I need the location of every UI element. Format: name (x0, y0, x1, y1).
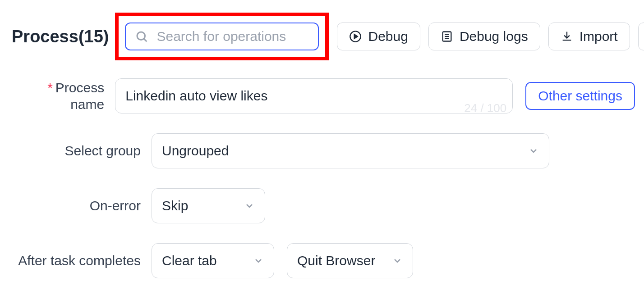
chevron-down-icon (528, 145, 539, 156)
page-title: Process(15) (12, 27, 109, 46)
row-after-task: After task completes Clear tab Quit Brow… (12, 243, 635, 278)
label-process-name: *Process name (12, 79, 115, 113)
label-after-task: After task completes (12, 252, 152, 269)
top-toolbar: Process(15) Debug Debug logs (0, 0, 644, 60)
after-task-value-2: Quit Browser (297, 253, 375, 268)
svg-line-1 (144, 39, 147, 41)
search-wrap (125, 23, 319, 50)
other-settings-button[interactable]: Other settings (525, 82, 635, 110)
svg-marker-3 (354, 34, 358, 38)
play-circle-icon (349, 30, 362, 43)
char-count: 24 / 100 (464, 101, 506, 115)
export-button[interactable]: Export (638, 23, 644, 50)
chevron-down-icon (244, 200, 255, 211)
svg-point-0 (137, 32, 145, 40)
process-form: *Process name 24 / 100 Other settings Se… (0, 60, 644, 278)
on-error-dropdown[interactable]: Skip (152, 188, 265, 223)
after-task-value-1: Clear tab (162, 253, 217, 268)
debug-logs-label: Debug logs (460, 29, 528, 44)
import-button[interactable]: Import (548, 23, 630, 50)
process-name-input[interactable] (115, 78, 513, 113)
search-icon (135, 30, 148, 43)
download-icon (561, 30, 573, 43)
debug-logs-button[interactable]: Debug logs (428, 23, 540, 50)
after-task-dropdown-2[interactable]: Quit Browser (287, 243, 413, 278)
row-on-error: On-error Skip (12, 188, 635, 223)
select-group-value: Ungrouped (162, 143, 229, 159)
search-highlight-box (115, 13, 329, 60)
import-label: Import (580, 29, 618, 44)
chevron-down-icon (253, 255, 264, 266)
search-operations-input[interactable] (125, 23, 319, 50)
chevron-down-icon (392, 255, 403, 266)
debug-button[interactable]: Debug (337, 23, 420, 50)
row-select-group: Select group Ungrouped (12, 133, 635, 168)
label-on-error: On-error (12, 197, 152, 214)
required-star: * (47, 80, 53, 95)
label-select-group: Select group (12, 142, 152, 159)
after-task-dropdown-1[interactable]: Clear tab (152, 243, 274, 278)
select-group-dropdown[interactable]: Ungrouped (152, 133, 549, 168)
debug-label: Debug (368, 29, 408, 44)
on-error-value: Skip (162, 198, 188, 213)
list-icon (441, 30, 453, 43)
row-process-name: *Process name 24 / 100 Other settings (12, 78, 635, 113)
